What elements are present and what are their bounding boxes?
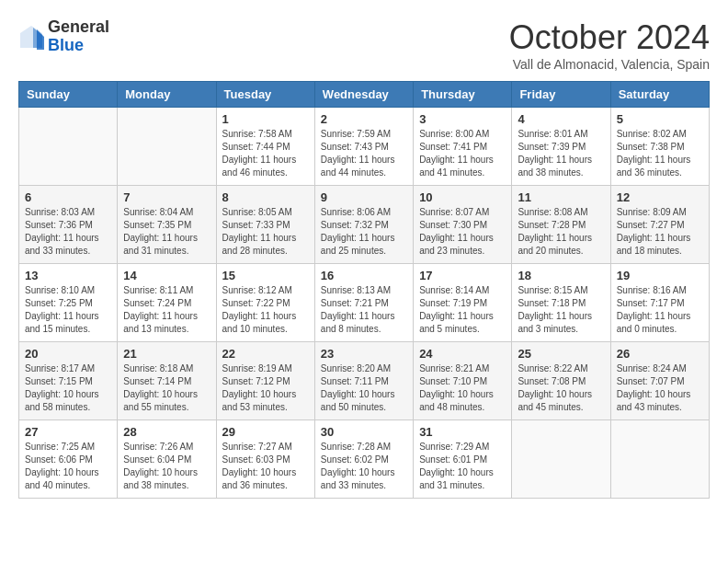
day-number: 13 bbox=[25, 269, 111, 282]
day-cell bbox=[610, 420, 709, 499]
day-cell: 26Sunrise: 8:24 AM Sunset: 7:07 PM Dayli… bbox=[610, 342, 709, 420]
day-cell: 15Sunrise: 8:12 AM Sunset: 7:22 PM Dayli… bbox=[216, 264, 314, 342]
day-cell: 19Sunrise: 8:16 AM Sunset: 7:17 PM Dayli… bbox=[610, 264, 709, 342]
day-detail: Sunrise: 8:01 AM Sunset: 7:39 PM Dayligh… bbox=[518, 129, 592, 178]
day-cell bbox=[19, 108, 118, 186]
day-detail: Sunrise: 8:22 AM Sunset: 7:08 PM Dayligh… bbox=[518, 363, 592, 412]
logo-general-text: General bbox=[48, 17, 109, 36]
day-number: 28 bbox=[123, 425, 210, 439]
day-detail: Sunrise: 7:25 AM Sunset: 6:06 PM Dayligh… bbox=[25, 442, 99, 490]
day-detail: Sunrise: 8:19 AM Sunset: 7:12 PM Dayligh… bbox=[222, 363, 297, 412]
week-row-1: 1Sunrise: 7:58 AM Sunset: 7:44 PM Daylig… bbox=[19, 108, 710, 186]
day-detail: Sunrise: 7:59 AM Sunset: 7:43 PM Dayligh… bbox=[321, 129, 395, 178]
day-cell: 8Sunrise: 8:05 AM Sunset: 7:33 PM Daylig… bbox=[216, 186, 314, 264]
day-cell: 25Sunrise: 8:22 AM Sunset: 7:08 PM Dayli… bbox=[512, 342, 610, 420]
day-number: 30 bbox=[321, 425, 407, 439]
day-number: 24 bbox=[419, 347, 506, 361]
day-detail: Sunrise: 8:11 AM Sunset: 7:24 PM Dayligh… bbox=[123, 285, 198, 334]
day-detail: Sunrise: 8:10 AM Sunset: 7:25 PM Dayligh… bbox=[25, 285, 99, 334]
day-number: 19 bbox=[617, 269, 703, 282]
day-cell: 14Sunrise: 8:11 AM Sunset: 7:24 PM Dayli… bbox=[118, 264, 216, 342]
day-detail: Sunrise: 8:03 AM Sunset: 7:36 PM Dayligh… bbox=[25, 207, 99, 256]
day-number: 14 bbox=[123, 269, 210, 282]
day-cell: 31Sunrise: 7:29 AM Sunset: 6:01 PM Dayli… bbox=[414, 420, 512, 499]
logo-icon bbox=[18, 24, 44, 50]
day-detail: Sunrise: 8:05 AM Sunset: 7:33 PM Dayligh… bbox=[222, 207, 297, 256]
day-cell: 29Sunrise: 7:27 AM Sunset: 6:03 PM Dayli… bbox=[216, 420, 314, 499]
day-cell: 13Sunrise: 8:10 AM Sunset: 7:25 PM Dayli… bbox=[19, 264, 118, 342]
day-number: 26 bbox=[617, 347, 703, 361]
day-cell: 4Sunrise: 8:01 AM Sunset: 7:39 PM Daylig… bbox=[512, 108, 610, 186]
week-row-5: 27Sunrise: 7:25 AM Sunset: 6:06 PM Dayli… bbox=[19, 420, 710, 499]
day-detail: Sunrise: 8:08 AM Sunset: 7:28 PM Dayligh… bbox=[518, 207, 592, 256]
week-row-4: 20Sunrise: 8:17 AM Sunset: 7:15 PM Dayli… bbox=[19, 342, 710, 420]
day-cell: 22Sunrise: 8:19 AM Sunset: 7:12 PM Dayli… bbox=[216, 342, 314, 420]
day-number: 25 bbox=[518, 347, 604, 361]
col-header-monday: Monday bbox=[118, 82, 216, 108]
header-row: SundayMondayTuesdayWednesdayThursdayFrid… bbox=[19, 82, 710, 108]
day-cell: 27Sunrise: 7:25 AM Sunset: 6:06 PM Dayli… bbox=[19, 420, 118, 499]
day-cell: 10Sunrise: 8:07 AM Sunset: 7:30 PM Dayli… bbox=[414, 186, 512, 264]
col-header-wednesday: Wednesday bbox=[314, 82, 413, 108]
day-number: 6 bbox=[25, 190, 111, 204]
day-cell: 30Sunrise: 7:28 AM Sunset: 6:02 PM Dayli… bbox=[314, 420, 413, 499]
day-detail: Sunrise: 8:06 AM Sunset: 7:32 PM Dayligh… bbox=[321, 207, 395, 256]
location: Vall de Almonacid, Valencia, Spain bbox=[509, 57, 710, 72]
day-detail: Sunrise: 8:21 AM Sunset: 7:10 PM Dayligh… bbox=[419, 363, 494, 412]
day-cell bbox=[512, 420, 610, 499]
day-detail: Sunrise: 8:02 AM Sunset: 7:38 PM Dayligh… bbox=[617, 129, 691, 178]
day-detail: Sunrise: 7:29 AM Sunset: 6:01 PM Dayligh… bbox=[419, 442, 494, 490]
day-number: 16 bbox=[321, 269, 407, 282]
logo: General Blue bbox=[18, 18, 109, 55]
day-number: 12 bbox=[617, 190, 703, 204]
day-cell: 21Sunrise: 8:18 AM Sunset: 7:14 PM Dayli… bbox=[118, 342, 216, 420]
day-detail: Sunrise: 8:17 AM Sunset: 7:15 PM Dayligh… bbox=[25, 363, 99, 412]
day-number: 18 bbox=[518, 269, 604, 282]
day-number: 21 bbox=[123, 347, 210, 361]
week-row-3: 13Sunrise: 8:10 AM Sunset: 7:25 PM Dayli… bbox=[19, 264, 710, 342]
day-number: 15 bbox=[222, 269, 309, 282]
day-number: 7 bbox=[123, 190, 210, 204]
day-detail: Sunrise: 8:24 AM Sunset: 7:07 PM Dayligh… bbox=[617, 363, 691, 412]
col-header-sunday: Sunday bbox=[19, 82, 118, 108]
day-cell: 17Sunrise: 8:14 AM Sunset: 7:19 PM Dayli… bbox=[414, 264, 512, 342]
day-number: 31 bbox=[419, 425, 506, 439]
day-cell bbox=[118, 108, 216, 186]
col-header-saturday: Saturday bbox=[610, 82, 709, 108]
day-detail: Sunrise: 8:15 AM Sunset: 7:18 PM Dayligh… bbox=[518, 285, 592, 334]
day-detail: Sunrise: 8:12 AM Sunset: 7:22 PM Dayligh… bbox=[222, 285, 297, 334]
calendar-table: SundayMondayTuesdayWednesdayThursdayFrid… bbox=[18, 81, 710, 499]
day-cell: 23Sunrise: 8:20 AM Sunset: 7:11 PM Dayli… bbox=[314, 342, 413, 420]
day-cell: 11Sunrise: 8:08 AM Sunset: 7:28 PM Dayli… bbox=[512, 186, 610, 264]
day-detail: Sunrise: 7:26 AM Sunset: 6:04 PM Dayligh… bbox=[123, 442, 198, 490]
day-number: 22 bbox=[222, 347, 309, 361]
day-detail: Sunrise: 7:58 AM Sunset: 7:44 PM Dayligh… bbox=[222, 129, 297, 178]
day-cell: 18Sunrise: 8:15 AM Sunset: 7:18 PM Dayli… bbox=[512, 264, 610, 342]
day-number: 2 bbox=[321, 112, 407, 126]
day-number: 4 bbox=[518, 112, 604, 126]
day-number: 27 bbox=[25, 425, 111, 439]
day-cell: 5Sunrise: 8:02 AM Sunset: 7:38 PM Daylig… bbox=[610, 108, 709, 186]
day-detail: Sunrise: 7:28 AM Sunset: 6:02 PM Dayligh… bbox=[321, 442, 395, 490]
day-number: 9 bbox=[321, 190, 407, 204]
month-title: October 2024 bbox=[509, 18, 710, 57]
day-number: 11 bbox=[518, 190, 604, 204]
day-detail: Sunrise: 7:27 AM Sunset: 6:03 PM Dayligh… bbox=[222, 442, 297, 490]
day-number: 1 bbox=[222, 112, 309, 126]
day-detail: Sunrise: 8:20 AM Sunset: 7:11 PM Dayligh… bbox=[321, 363, 395, 412]
day-number: 23 bbox=[321, 347, 407, 361]
day-number: 20 bbox=[25, 347, 111, 361]
page-header: General Blue October 2024 Vall de Almona… bbox=[18, 18, 710, 72]
day-cell: 24Sunrise: 8:21 AM Sunset: 7:10 PM Dayli… bbox=[414, 342, 512, 420]
day-detail: Sunrise: 8:18 AM Sunset: 7:14 PM Dayligh… bbox=[123, 363, 198, 412]
day-cell: 2Sunrise: 7:59 AM Sunset: 7:43 PM Daylig… bbox=[314, 108, 413, 186]
day-cell: 3Sunrise: 8:00 AM Sunset: 7:41 PM Daylig… bbox=[414, 108, 512, 186]
day-detail: Sunrise: 8:04 AM Sunset: 7:35 PM Dayligh… bbox=[123, 207, 198, 256]
day-cell: 7Sunrise: 8:04 AM Sunset: 7:35 PM Daylig… bbox=[118, 186, 216, 264]
day-number: 3 bbox=[419, 112, 506, 126]
day-cell: 6Sunrise: 8:03 AM Sunset: 7:36 PM Daylig… bbox=[19, 186, 118, 264]
day-number: 29 bbox=[222, 425, 309, 439]
day-detail: Sunrise: 8:00 AM Sunset: 7:41 PM Dayligh… bbox=[419, 129, 494, 178]
day-detail: Sunrise: 8:13 AM Sunset: 7:21 PM Dayligh… bbox=[321, 285, 395, 334]
day-cell: 9Sunrise: 8:06 AM Sunset: 7:32 PM Daylig… bbox=[314, 186, 413, 264]
